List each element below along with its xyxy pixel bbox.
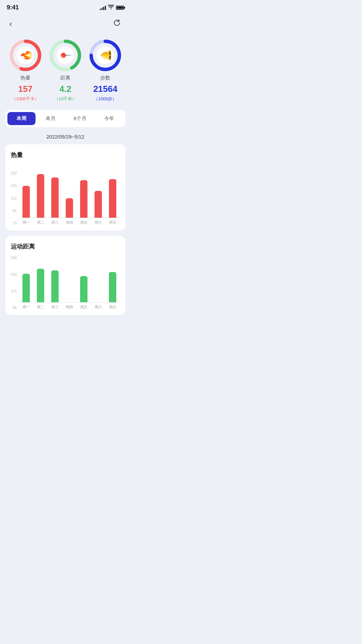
distance-chart-title: 运动距离 <box>11 243 120 251</box>
dx-label-mon: 周一 <box>19 305 33 310</box>
d-bar-col-wed <box>48 262 62 302</box>
signal-icon <box>100 5 106 10</box>
calories-bars-main: 周一 周二 周三 周四 周五 周六 周日 <box>19 164 120 225</box>
wifi-icon <box>108 5 114 10</box>
dx-label-fri: 周五 <box>77 305 91 310</box>
d-bar-col-sat <box>91 262 106 302</box>
dx-label-thu: 周四 <box>62 305 77 310</box>
svg-text:📍: 📍 <box>60 49 72 61</box>
x-label-thu: 周四 <box>62 220 77 225</box>
battery-icon <box>116 6 124 10</box>
date-range: 2022/05/29~5/12 <box>0 131 131 144</box>
calories-value: 157 <box>18 85 33 93</box>
bar-col-sun <box>106 164 120 218</box>
d-bar-wed <box>51 270 59 302</box>
back-button[interactable]: ‹ <box>8 18 13 30</box>
steps-label: 步数 <box>100 75 110 81</box>
bar-mon <box>22 186 30 218</box>
distance-bars-area <box>19 262 120 303</box>
d-bar-col-thu <box>62 262 77 302</box>
bar-sun <box>109 179 116 218</box>
stat-item-calories: 🔥 热量 157 （1000千卡） <box>9 39 42 102</box>
distance-chart-card: 运动距离 152 131 111 91 <box>5 236 125 315</box>
steps-target: （1000步） <box>94 96 117 102</box>
steps-ring: 🔔 <box>89 39 121 71</box>
steps-value: 21564 <box>93 85 117 93</box>
d-bar-mon <box>22 274 30 302</box>
distance-x-labels: 周一 周二 周三 周四 周五 周六 周日 <box>19 305 120 310</box>
distance-value: 4.2 <box>59 85 71 93</box>
calories-x-labels: 周一 周二 周三 周四 周五 周六 周日 <box>19 220 120 225</box>
bar-wed <box>51 177 59 218</box>
svg-text:🔔: 🔔 <box>100 49 112 61</box>
bar-col-tue <box>33 164 48 218</box>
y-label-71: 71 <box>13 221 17 225</box>
d-bar-fri <box>80 276 87 302</box>
stat-item-distance: 📍 距离 4.2 （10千米） <box>49 39 81 102</box>
x-label-sun: 周日 <box>106 220 120 225</box>
calories-target: （1000千卡） <box>12 96 39 102</box>
distance-ring: 📍 <box>49 39 81 71</box>
dy-label-152: 152 <box>11 256 17 260</box>
d-bar-tue <box>37 269 44 302</box>
x-label-wed: 周三 <box>48 220 62 225</box>
distance-bar-chart: 152 131 111 91 <box>11 256 120 310</box>
dx-label-tue: 周二 <box>33 305 48 310</box>
calories-chart-title: 热量 <box>11 151 120 159</box>
distance-bars-main: 周一 周二 周三 周四 周五 周六 周日 <box>19 262 120 310</box>
dx-label-sun: 周日 <box>106 305 120 310</box>
bar-col-mon <box>19 164 33 218</box>
status-bar: 9:41 <box>0 0 131 14</box>
stat-item-steps: 🔔 步数 21564 （1000步） <box>89 39 121 102</box>
bar-col-thu <box>62 164 77 218</box>
tab-year[interactable]: 今年 <box>96 112 124 125</box>
tab-bar: 本周 本月 6个月 今年 <box>5 110 125 127</box>
header: ‹ <box>0 14 131 36</box>
bar-thu <box>66 198 73 218</box>
bar-col-sat <box>91 164 106 218</box>
calories-chart-card: 热量 152 131 111 91 71 <box>5 144 125 230</box>
status-time: 9:41 <box>7 4 19 11</box>
d-bar-sun <box>109 272 116 302</box>
calories-ring: 🔥 <box>9 39 42 71</box>
calories-y-axis: 152 131 111 91 71 <box>11 171 19 225</box>
distance-y-axis: 152 131 111 91 <box>11 256 19 310</box>
tab-week[interactable]: 本周 <box>7 112 36 125</box>
dx-label-sat: 周六 <box>91 305 106 310</box>
y-label-111: 111 <box>11 197 17 200</box>
d-bar-col-sun <box>106 262 120 302</box>
d-bar-col-mon <box>19 262 33 302</box>
calories-bars-area <box>19 164 120 218</box>
dx-label-wed: 周三 <box>48 305 62 310</box>
d-bar-col-fri <box>77 262 91 302</box>
distance-target: （10千米） <box>54 96 76 102</box>
bar-col-fri <box>77 164 91 218</box>
bar-tue <box>37 174 44 218</box>
refresh-button[interactable] <box>111 17 123 31</box>
y-label-152: 152 <box>11 171 17 175</box>
tab-month[interactable]: 本月 <box>37 112 65 125</box>
distance-label: 距离 <box>60 75 70 81</box>
x-label-mon: 周一 <box>19 220 33 225</box>
d-bar-col-tue <box>33 262 48 302</box>
steps-icon: 🔔 <box>97 47 114 64</box>
tab-six-months[interactable]: 6个月 <box>66 112 94 125</box>
distance-icon: 📍 <box>57 47 74 64</box>
bar-col-wed <box>48 164 62 218</box>
calories-label: 热量 <box>20 75 31 81</box>
dy-label-91: 91 <box>13 306 17 310</box>
bar-fri <box>80 180 87 218</box>
status-icons <box>100 5 124 10</box>
calories-bar-chart: 152 131 111 91 71 <box>11 164 120 225</box>
svg-text:🔥: 🔥 <box>20 49 32 61</box>
calories-icon: 🔥 <box>17 47 34 64</box>
x-label-fri: 周五 <box>77 220 91 225</box>
x-label-tue: 周二 <box>33 220 48 225</box>
x-label-sat: 周六 <box>91 220 106 225</box>
tab-bar-wrapper: 本周 本月 6个月 今年 <box>0 110 131 131</box>
bar-sat <box>95 191 102 218</box>
dy-label-131: 131 <box>11 273 17 276</box>
y-label-91: 91 <box>13 209 17 213</box>
dy-label-111: 111 <box>11 289 17 293</box>
stats-section: 🔥 热量 157 （1000千卡） 📍 距离 4.2 （10千米） <box>0 36 131 110</box>
